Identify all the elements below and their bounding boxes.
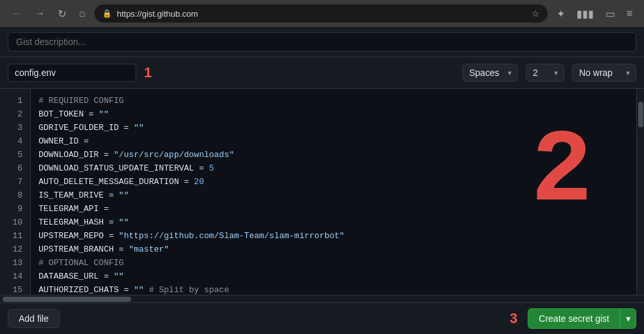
h-scrollbar-thumb [3,297,131,302]
reload-button[interactable]: ↻ [54,6,70,21]
line-number: 3 [0,121,30,135]
line-number: 4 [0,135,30,148]
address-bar: 🔒 https://gist.github.com ☆ [94,5,548,23]
browser-actions: ✦ ▮▮▮ ▭ ≡ [553,6,636,21]
wrap-select[interactable]: No wrap Soft wrap [572,64,636,82]
url-text: https://gist.github.com [117,9,526,19]
line-numbers: 1 2 3 4 5 6 7 8 9 10 11 12 13 14 15 16 1… [0,89,31,295]
code-line-13: # OPTIONAL CONFIG [31,256,636,270]
code-line-3: GDRIVE_FOLDER_ID = "" [31,121,636,135]
code-line-10: TELEGRAM_HASH = "" [31,216,636,229]
code-line-2: BOT_TOKEN = "" [31,107,636,121]
dropdown-arrow-icon: ▾ [626,313,631,324]
line-number: 2 [0,107,30,121]
code-line-1: # REQUIRED CONFIG [31,94,636,107]
line-number: 6 [0,162,30,175]
code-line-11: UPSTREAM_REPO = "https://github.com/Slam… [31,229,636,243]
spaces-select-wrapper: Spaces Tabs ▼ [462,64,518,82]
code-line-12: UPSTREAM_BRANCH = "master" [31,243,636,256]
browser-chrome: ← → ↻ ⌂ 🔒 https://gist.github.com ☆ ✦ ▮▮… [0,0,644,27]
vertical-scrollbar[interactable] [636,89,644,295]
line-number: 10 [0,216,30,229]
menu-icon[interactable]: ≡ [623,6,636,21]
back-button[interactable]: ← [8,6,26,21]
line-number: 7 [0,175,30,189]
home-button[interactable]: ⌂ [75,6,89,21]
line-number: 1 [0,94,30,107]
wrap-select-wrapper: No wrap Soft wrap ▼ [572,64,636,82]
file-header: 1 Spaces Tabs ▼ 2 4 8 ▼ No wrap Soft wra… [0,57,644,89]
code-line-14: DATABASE_URL = "" [31,270,636,283]
step-one-badge: 1 [144,64,152,81]
code-line-15: AUTHORIZED_CHATS = "" # Split by space [31,283,636,295]
file-name-input[interactable] [8,64,136,82]
line-number: 13 [0,256,30,270]
step-three-badge: 3 [510,310,517,327]
page-content: 1 Spaces Tabs ▼ 2 4 8 ▼ No wrap Soft wra… [0,27,644,334]
bookmark-icon: ☆ [532,8,540,19]
scrollbar-thumb [638,102,643,127]
add-file-button[interactable]: Add file [8,309,60,328]
browser-toolbar: ← → ↻ ⌂ 🔒 https://gist.github.com ☆ ✦ ▮▮… [0,0,644,27]
spaces-select[interactable]: Spaces Tabs [462,64,518,82]
code-line-7: AUTO_DELETE_MESSAGE_DURATION = 20 [31,175,636,189]
indent-select[interactable]: 2 4 8 [526,64,564,82]
code-line-4: OWNER_ID = [31,135,636,148]
shield-icon: 🔒 [102,9,112,18]
line-number: 5 [0,148,30,162]
code-line-5: DOWNLOAD_DIR = "/usr/src/app/downloads" [31,148,636,162]
line-number: 8 [0,189,30,202]
line-number: 15 [0,283,30,295]
horizontal-scrollbar[interactable] [0,295,644,302]
create-gist-dropdown-button[interactable]: ▾ [620,308,636,329]
split-view-icon[interactable]: ▭ [602,6,619,21]
line-number: 14 [0,270,30,283]
gist-description-bar [0,27,644,57]
line-number: 11 [0,229,30,243]
code-line-6: DOWNLOAD_STATUS_UPDATE_INTERVAL = 5 [31,162,636,175]
line-number: 9 [0,202,30,216]
line-number: 12 [0,243,30,256]
create-secret-gist-button[interactable]: Create secret gist [528,308,620,329]
page-footer: Add file 3 Create secret gist ▾ [0,302,644,334]
code-content[interactable]: # REQUIRED CONFIG BOT_TOKEN = "" GDRIVE_… [31,89,636,295]
gist-description-input[interactable] [8,32,636,51]
create-gist-group: Create secret gist ▾ [528,308,636,329]
code-editor: 1 2 3 4 5 6 7 8 9 10 11 12 13 14 15 16 1… [0,89,644,295]
code-line-9: TELEGRAM_API = [31,202,636,216]
code-line-8: IS_TEAM_DRIVE = "" [31,189,636,202]
pocket-icon[interactable]: ✦ [553,6,569,21]
extensions-icon[interactable]: ▮▮▮ [573,6,598,21]
indent-select-wrapper: 2 4 8 ▼ [526,64,564,82]
forward-button[interactable]: → [31,6,49,21]
